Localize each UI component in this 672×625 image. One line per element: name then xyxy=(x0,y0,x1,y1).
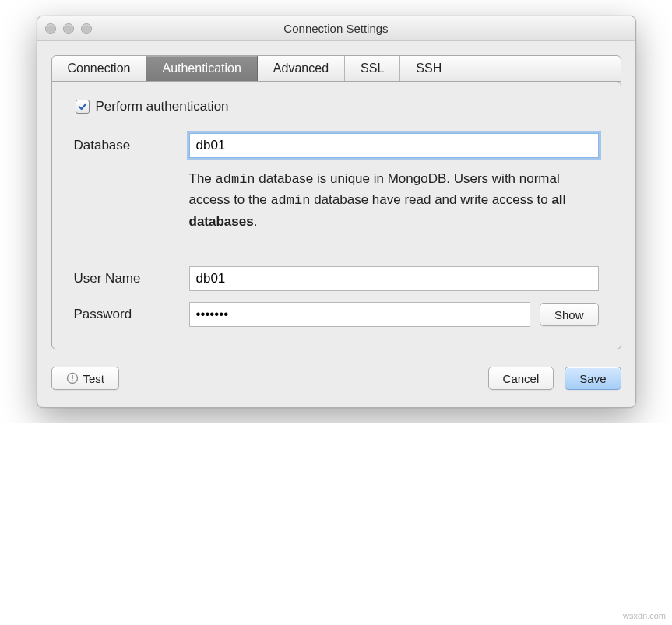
perform-auth-label: Perform authentication xyxy=(96,99,229,114)
window: Connection Settings Connection Authentic… xyxy=(37,16,636,408)
database-label: Database xyxy=(74,138,175,153)
help-code-admin-2: admin xyxy=(270,193,310,208)
titlebar[interactable]: Connection Settings xyxy=(37,16,635,41)
svg-rect-2 xyxy=(72,380,73,381)
help-text-3: database have read and write access to xyxy=(310,192,551,207)
help-text-4: . xyxy=(254,214,258,229)
cancel-button[interactable]: Cancel xyxy=(488,367,554,390)
username-input[interactable] xyxy=(189,266,599,291)
tabbar: Connection Authentication Advanced SSL S… xyxy=(51,55,621,82)
footer: Test Cancel Save xyxy=(51,367,621,390)
help-code-admin-1: admin xyxy=(216,172,255,187)
perform-auth-row: Perform authentication xyxy=(76,99,599,114)
auth-panel: Perform authentication Database The admi… xyxy=(51,81,621,349)
window-title: Connection Settings xyxy=(37,22,635,35)
test-button[interactable]: Test xyxy=(51,367,120,390)
username-label: User Name xyxy=(74,271,175,286)
show-password-button[interactable]: Show xyxy=(540,303,599,326)
save-button[interactable]: Save xyxy=(565,367,621,390)
tab-ssh[interactable]: SSH xyxy=(400,56,457,81)
zoom-icon[interactable] xyxy=(81,23,92,34)
password-input[interactable] xyxy=(189,302,530,327)
warning-icon xyxy=(66,372,79,384)
tab-advanced[interactable]: Advanced xyxy=(258,56,345,81)
footer-right: Cancel Save xyxy=(488,367,621,390)
database-helptext: The admin database is unique in MongoDB.… xyxy=(189,169,599,232)
perform-auth-checkbox[interactable] xyxy=(76,100,90,114)
password-row: Show xyxy=(189,302,599,327)
svg-rect-1 xyxy=(72,375,73,379)
password-label: Password xyxy=(74,307,175,322)
auth-form: Database The admin database is unique in… xyxy=(74,133,599,327)
close-icon[interactable] xyxy=(45,23,56,34)
minimize-icon[interactable] xyxy=(63,23,74,34)
test-button-label: Test xyxy=(83,372,105,385)
help-text-1: The xyxy=(189,171,216,186)
tab-authentication[interactable]: Authentication xyxy=(146,56,257,81)
tab-ssl[interactable]: SSL xyxy=(345,56,400,81)
traffic-lights xyxy=(45,23,92,34)
database-input[interactable] xyxy=(189,133,599,158)
checkmark-icon xyxy=(77,101,88,112)
tab-connection[interactable]: Connection xyxy=(52,56,147,81)
content-area: Connection Authentication Advanced SSL S… xyxy=(37,41,635,407)
